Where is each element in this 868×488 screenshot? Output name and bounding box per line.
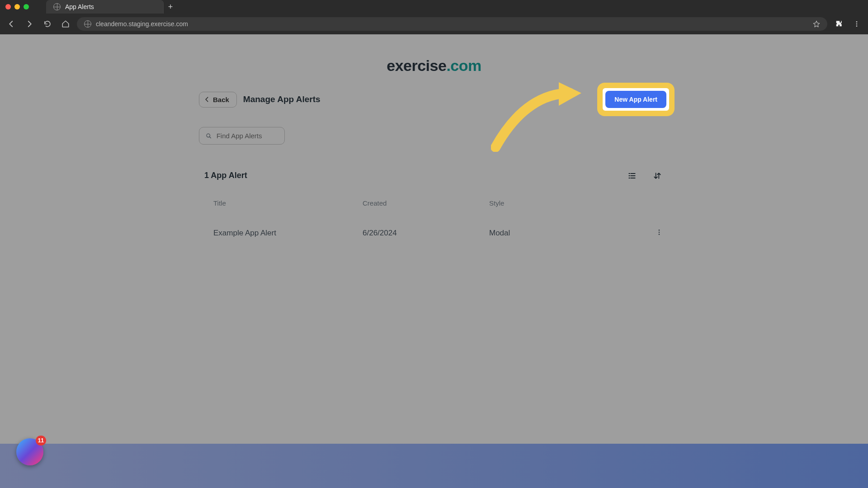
logo-text-1: exercise <box>387 57 446 74</box>
cell-title: Example App Alert <box>213 229 363 238</box>
browser-menu-button[interactable] <box>850 17 863 31</box>
extensions-button[interactable] <box>832 17 845 31</box>
search-icon <box>206 132 212 140</box>
callout-highlight: New App Alert <box>603 88 669 111</box>
notification-badge: 11 <box>36 436 46 446</box>
home-icon <box>61 20 70 28</box>
back-button[interactable]: Back <box>199 92 237 108</box>
window-controls <box>0 4 34 9</box>
page-title: Manage App Alerts <box>243 94 321 104</box>
arrow-right-icon <box>25 20 33 28</box>
search-field[interactable] <box>199 127 285 145</box>
browser-chrome: App Alerts + cleandemo.staging.exercise.… <box>0 0 868 34</box>
chevron-left-icon <box>204 96 210 103</box>
logo-text-2: .com <box>446 57 481 74</box>
star-icon <box>813 20 820 28</box>
close-window-button[interactable] <box>5 4 11 9</box>
home-button[interactable] <box>59 17 72 31</box>
site-icon <box>53 3 61 10</box>
table-row[interactable]: Example App Alert 6/26/2024 Modal <box>199 229 669 238</box>
footer-gradient <box>0 444 868 488</box>
tab-title: App Alerts <box>65 3 94 10</box>
col-header-title: Title <box>213 199 363 207</box>
reload-button[interactable] <box>41 17 54 31</box>
new-app-alert-button[interactable]: New App Alert <box>605 91 666 108</box>
table-header: Title Created Style <box>199 199 669 207</box>
col-header-style: Style <box>489 199 634 207</box>
col-header-created: Created <box>363 199 489 207</box>
help-widget[interactable]: 11 <box>16 438 43 465</box>
kebab-icon <box>853 20 860 28</box>
toolbar: cleandemo.staging.exercise.com <box>0 14 868 34</box>
sort-button[interactable] <box>653 171 662 180</box>
maximize-window-button[interactable] <box>24 4 29 9</box>
sort-icon <box>653 171 662 180</box>
new-tab-button[interactable]: + <box>164 0 177 14</box>
cell-style: Modal <box>489 229 634 238</box>
brand-logo: exercise.com <box>199 34 669 75</box>
svg-point-4 <box>659 230 660 231</box>
browser-tab-active[interactable]: App Alerts <box>46 0 164 14</box>
tab-strip: App Alerts + <box>0 0 868 14</box>
page-viewport: exercise.com Back Manage App Alerts New … <box>0 34 868 488</box>
result-count: 1 App Alert <box>199 171 247 180</box>
forward-nav-button[interactable] <box>23 17 36 31</box>
bookmark-button[interactable] <box>813 20 820 28</box>
list-icon <box>627 171 637 180</box>
search-input[interactable] <box>217 132 278 140</box>
row-actions-button[interactable] <box>656 229 663 238</box>
url-text: cleandemo.staging.exercise.com <box>96 20 188 28</box>
list-view-button[interactable] <box>627 171 637 180</box>
svg-point-2 <box>856 25 858 27</box>
svg-point-0 <box>856 21 858 23</box>
svg-point-5 <box>659 232 660 233</box>
puzzle-icon <box>835 20 843 28</box>
minimize-window-button[interactable] <box>14 4 20 9</box>
back-label: Back <box>213 96 229 103</box>
address-bar[interactable]: cleandemo.staging.exercise.com <box>77 17 827 31</box>
cell-created: 6/26/2024 <box>363 229 489 238</box>
page-content: exercise.com Back Manage App Alerts New … <box>199 34 669 238</box>
back-nav-button[interactable] <box>5 17 18 31</box>
arrow-left-icon <box>7 20 15 28</box>
kebab-icon <box>656 229 663 236</box>
globe-icon <box>84 20 91 28</box>
reload-icon <box>43 20 52 28</box>
svg-point-1 <box>856 23 858 25</box>
svg-point-6 <box>659 234 660 235</box>
